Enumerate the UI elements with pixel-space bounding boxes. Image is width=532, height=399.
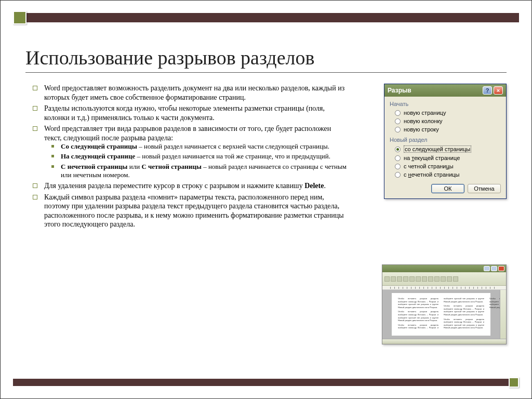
radio-odd-page[interactable]: с нечетной страницы	[390, 170, 501, 179]
radio-icon	[395, 147, 401, 152]
radio-icon	[395, 155, 401, 161]
toolbar-item[interactable]	[409, 276, 415, 282]
radio-icon	[395, 127, 401, 132]
subbullet-3c-bold1: С нечетной страницы	[61, 163, 127, 170]
word-toolbar[interactable]	[382, 272, 506, 286]
bullet-1: Word предоставляет возможность разделить…	[30, 84, 347, 102]
close-icon[interactable]	[498, 266, 504, 271]
bullet-2-text: Разделы используются когда нужно, чтобы …	[44, 104, 325, 122]
subbullet-3c-bold2: С четной страницы	[141, 163, 202, 170]
radio-next-page-label: со следующей страницы	[404, 145, 471, 153]
word-page[interactable]: Чтобы вставить разрыв раздела выберите к…	[392, 293, 490, 336]
group-label-new-section: Новый раздел	[390, 137, 501, 143]
bullet-3: Word представляет три вида разрывов разд…	[30, 124, 347, 179]
word-filler-text: Чтобы вставить разрыв раздела выберите к…	[444, 304, 484, 316]
radio-odd-page-label: с нечетной страницы	[404, 171, 460, 178]
toolbar-item[interactable]	[384, 276, 390, 282]
subbullet-3b: На следующей странице – новый раздел нач…	[44, 152, 347, 161]
bullet-1-text: Word предоставляет возможность разделить…	[44, 84, 344, 101]
cancel-button[interactable]: Отмена	[468, 184, 501, 193]
word-ruler[interactable]	[382, 286, 506, 290]
ok-button[interactable]: ОК	[431, 184, 464, 193]
word-titlebar[interactable]	[382, 265, 506, 272]
radio-new-line-label: новую строку	[404, 126, 439, 132]
radio-new-page[interactable]: новую страницу	[390, 109, 501, 117]
subbullet-3a: Со следующей страницы – новый раздел нач…	[44, 142, 347, 151]
word-filler-text: Чтобы вставить разрыв раздела выберите к…	[444, 318, 484, 329]
radio-new-page-label: новую страницу	[404, 110, 446, 116]
radio-current-page[interactable]: на текущей странице	[390, 154, 501, 162]
decor-bottom-square	[509, 377, 519, 388]
toolbar-item[interactable]	[391, 276, 396, 282]
dialog-titlebar[interactable]: Разрыв ? ×	[384, 84, 506, 97]
bullet-5: Каждый символ разрыва раздела «помнит» п…	[30, 193, 347, 229]
radio-new-column[interactable]: новую колонку	[390, 117, 501, 125]
minimize-icon[interactable]	[484, 266, 490, 271]
radio-icon	[395, 118, 401, 124]
close-icon[interactable]: ×	[494, 86, 503, 95]
help-icon[interactable]: ?	[483, 86, 492, 95]
word-filler-text: Чтобы вставить разрыв раздела выберите к…	[398, 310, 438, 322]
maximize-icon[interactable]	[491, 266, 497, 271]
radio-even-page[interactable]: с четной страницы	[390, 162, 501, 170]
bullet-3-text: Word представляет три вида разрывов разд…	[44, 125, 331, 142]
decor-top-square	[13, 11, 26, 24]
slide: Использование разрывов разделов Word пре…	[0, 0, 532, 399]
toolbar-item[interactable]	[441, 276, 446, 282]
toolbar-item[interactable]	[416, 276, 421, 282]
toolbar-item[interactable]	[397, 276, 402, 282]
bullet-4-bold: Delete	[304, 182, 324, 190]
subbullet-3a-rest: – новый раздел начинается с верхней част…	[137, 142, 329, 150]
decor-top-band	[13, 13, 519, 22]
break-dialog: Разрыв ? × Начать новую страницу новую к…	[384, 84, 507, 199]
radio-icon	[395, 110, 401, 116]
subbullet-3b-bold: На следующей странице	[61, 152, 135, 160]
subbullet-3a-bold: Со следующей страницы	[61, 142, 137, 150]
radio-next-page[interactable]: со следующей страницы	[390, 144, 501, 154]
bullet-4: Для удаления раздела переместите курсор …	[30, 181, 347, 191]
bullet-4-pre: Для удаления раздела переместите курсор …	[44, 182, 304, 190]
word-statusbar	[382, 339, 506, 344]
bullet-4-post: .	[324, 182, 326, 190]
word-window: Чтобы вставить разрыв раздела выберите к…	[382, 264, 507, 344]
word-vertical-scrollbar[interactable]	[500, 290, 506, 339]
bullet-5-text: Каждый символ разрыва раздела «помнит» п…	[44, 193, 344, 229]
radio-icon	[395, 172, 401, 178]
toolbar-item[interactable]	[434, 276, 440, 282]
group-label-start: Начать	[390, 101, 501, 107]
dialog-title-text: Разрыв	[388, 87, 411, 94]
slide-body: Word предоставляет возможность разделить…	[30, 84, 347, 231]
dialog-buttons: ОК Отмена	[390, 184, 501, 193]
toolbar-item[interactable]	[447, 276, 452, 282]
subbullet-3c-mid: или	[127, 163, 141, 170]
subbullet-3c: С нечетной страницы или С четной страниц…	[44, 163, 347, 180]
decor-bottom-band	[13, 379, 519, 386]
toolbar-item[interactable]	[453, 276, 458, 282]
word-filler-text: Чтобы вставить разрыв раздела выберите к…	[398, 297, 438, 309]
radio-new-line[interactable]: новую строку	[390, 125, 501, 134]
slide-title: Использование разрывов разделов	[25, 46, 507, 73]
subbullet-3b-rest: – новый раздел начинается на той же стра…	[135, 152, 330, 160]
radio-icon	[395, 164, 401, 169]
toolbar-item[interactable]	[428, 276, 433, 282]
word-workspace: Чтобы вставить разрыв раздела выберите к…	[382, 290, 506, 339]
radio-current-page-label: на текущей странице	[404, 155, 460, 161]
radio-new-column-label: новую колонку	[404, 118, 443, 124]
dialog-body: Начать новую страницу новую колонку нову…	[384, 97, 506, 198]
radio-even-page-label: с четной страницы	[404, 163, 454, 169]
toolbar-item[interactable]	[422, 276, 427, 282]
toolbar-item[interactable]	[403, 276, 408, 282]
bullet-2: Разделы используются когда нужно, чтобы …	[30, 104, 347, 122]
